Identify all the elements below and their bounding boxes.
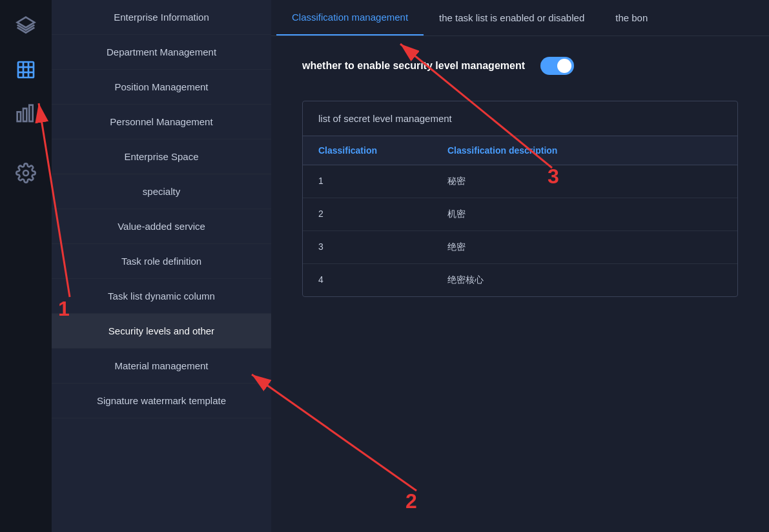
icon-sidebar [0, 0, 52, 532]
row-4-description: 绝密核心 [447, 274, 722, 286]
nav-personnel-mgmt[interactable]: Personnel Management [52, 105, 271, 139]
nav-task-role[interactable]: Task role definition [52, 244, 271, 279]
table-header: Classification Classification descriptio… [303, 136, 737, 165]
security-level-toggle-row: whether to enable security level managem… [302, 57, 738, 75]
row-4-classification: 4 [318, 274, 447, 286]
nav-material-mgmt[interactable]: Material management [52, 349, 271, 384]
tab-bon[interactable]: the bon [600, 1, 663, 35]
row-2-classification: 2 [318, 209, 447, 220]
table-row: 4 绝密核心 [303, 264, 737, 296]
secret-level-box: list of secret level management Classifi… [302, 101, 738, 297]
nav-security-levels[interactable]: Security levels and other [52, 314, 271, 349]
nav-value-added[interactable]: Value-added service [52, 209, 271, 244]
settings-icon-btn[interactable] [10, 158, 41, 189]
tab-task-list-toggle[interactable]: the task list is enabled or disabled [424, 1, 600, 35]
chart-icon-btn[interactable] [10, 98, 41, 129]
svg-rect-7 [23, 108, 26, 121]
nav-task-list-dynamic[interactable]: Task list dynamic column [52, 279, 271, 314]
col-classification: Classification [318, 145, 447, 156]
security-level-toggle[interactable] [540, 57, 574, 75]
table-row: 3 绝密 [303, 231, 737, 264]
row-3-description: 绝密 [447, 241, 722, 253]
svg-point-9 [23, 170, 28, 176]
table-row: 1 秘密 [303, 165, 737, 198]
col-description: Classification description [447, 145, 722, 156]
nav-specialty[interactable]: specialty [52, 174, 271, 209]
tab-classification-mgmt[interactable]: Classification management [276, 0, 424, 36]
row-1-classification: 1 [318, 176, 447, 187]
toggle-label: whether to enable security level managem… [302, 60, 525, 72]
row-1-description: 秘密 [447, 176, 722, 187]
row-2-description: 机密 [447, 209, 722, 220]
nav-signature-watermark[interactable]: Signature watermark template [52, 384, 271, 418]
svg-rect-6 [17, 112, 21, 121]
table-row: 2 机密 [303, 198, 737, 231]
nav-enterprise-info[interactable]: Enterprise Information [52, 0, 271, 35]
nav-position-mgmt[interactable]: Position Management [52, 70, 271, 105]
building-icon-btn[interactable] [10, 54, 41, 85]
row-3-classification: 3 [318, 241, 447, 253]
toggle-thumb [557, 59, 571, 73]
svg-rect-1 [18, 62, 34, 77]
nav-sidebar: Enterprise Information Department Manage… [52, 0, 271, 532]
svg-rect-8 [29, 105, 32, 121]
main-content: Classification management the task list … [271, 0, 769, 532]
layers-icon-btn[interactable] [10, 10, 41, 41]
nav-department-mgmt[interactable]: Department Management [52, 35, 271, 70]
tab-bar: Classification management the task list … [271, 0, 769, 36]
secret-level-header: list of secret level management [303, 101, 737, 136]
content-area: whether to enable security level managem… [271, 36, 769, 532]
nav-enterprise-space[interactable]: Enterprise Space [52, 139, 271, 174]
